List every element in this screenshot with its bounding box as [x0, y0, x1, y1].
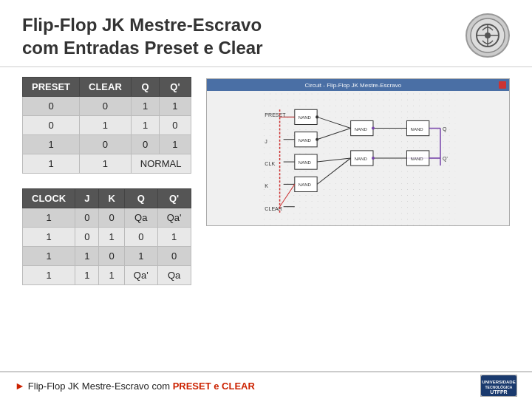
- svg-text:NAND: NAND: [298, 116, 311, 120]
- svg-text:NAND: NAND: [354, 127, 367, 132]
- table-cell: 1: [157, 228, 191, 247]
- col-header-qprime2: Q': [157, 189, 191, 208]
- table-cell: 1: [75, 247, 99, 266]
- table-cell: Qa': [157, 208, 191, 228]
- table-cell: 1: [124, 247, 157, 266]
- circuit-svg: PRESET J CLK K CLEAR NAND NAND NAND: [207, 91, 510, 225]
- col-header-clock: CLOCK: [23, 189, 75, 208]
- utfpr-badge: UNIVERSIDADE TECNOLÓGICA UTFPR: [480, 375, 517, 397]
- cell-clear: 1: [80, 154, 132, 174]
- close-btn-icon[interactable]: [499, 81, 506, 89]
- table-cell: 1: [160, 97, 191, 116]
- page-container: Flip-Flop JK Mestre-Escravo com Entradas…: [0, 0, 532, 399]
- col-header-preset: PRESET: [23, 78, 80, 97]
- logo-svg: [469, 17, 506, 54]
- table-row: 1001: [23, 135, 191, 154]
- tables-section: PRESET CLEAR Q Q' 00110110100111NORMAL C…: [22, 77, 191, 285]
- svg-text:Q': Q': [443, 156, 448, 162]
- table-cell: 0: [160, 116, 191, 135]
- svg-point-46: [316, 116, 318, 119]
- table-row: 10101: [23, 228, 191, 247]
- table-cell: 0: [23, 116, 80, 135]
- circuit-title-text: Circuit - Flip-Flop JK Mestre-Escravo: [210, 82, 497, 89]
- col-header-k: K: [99, 189, 124, 208]
- logo-icon: [466, 13, 510, 58]
- svg-text:UTFPR: UTFPR: [490, 389, 507, 395]
- table-cell: 1: [23, 266, 75, 285]
- col-header-q: Q: [131, 78, 160, 97]
- svg-text:CLK: CLK: [265, 161, 275, 166]
- table-cell: 0: [75, 208, 99, 228]
- cell-normal: NORMAL: [131, 154, 191, 174]
- table-cell: 1: [80, 116, 132, 135]
- table-cell: 1: [99, 228, 124, 247]
- title-line1: Flip-Flop JK Mestre-Escravo: [22, 15, 262, 35]
- svg-text:Q: Q: [443, 126, 447, 132]
- table-cell: 0: [131, 135, 160, 154]
- col-header-j: J: [75, 189, 99, 208]
- table-cell: 1: [131, 97, 160, 116]
- page-title: Flip-Flop JK Mestre-Escravo com Entradas…: [22, 13, 263, 59]
- footer-text: Flip-Flop JK Mestre-Escravo com PRESET e…: [28, 381, 255, 392]
- table-row: 100QaQa': [23, 208, 191, 228]
- table-cell: 0: [80, 135, 132, 154]
- table-cell: 1: [23, 208, 75, 228]
- svg-text:UNIVERSIDADE: UNIVERSIDADE: [482, 380, 515, 384]
- table-cell: 0: [124, 228, 157, 247]
- table-cell: Qa: [157, 266, 191, 285]
- svg-text:TECNOLÓGICA: TECNOLÓGICA: [485, 384, 513, 389]
- table-cell: 1: [23, 135, 80, 154]
- svg-point-48: [371, 127, 374, 130]
- table-cell: 1: [131, 116, 160, 135]
- cell-preset: 1: [23, 154, 80, 174]
- svg-text:NAND: NAND: [410, 127, 423, 132]
- footer-arrow-icon: ►: [15, 380, 25, 392]
- table-cell: 0: [80, 97, 132, 116]
- table-row: 11NORMAL: [23, 154, 191, 174]
- circuit-window: Circuit - Flip-Flop JK Mestre-Escravo: [207, 79, 510, 225]
- svg-point-4: [485, 33, 491, 38]
- table-cell: Qa: [124, 208, 157, 228]
- header-divider: [0, 66, 532, 67]
- table-cell: 0: [75, 228, 99, 247]
- main-content: PRESET CLEAR Q Q' 00110110100111NORMAL C…: [0, 73, 532, 289]
- table-row: 111Qa'Qa: [23, 266, 191, 285]
- table-row: 0110: [23, 116, 191, 135]
- table-cell: 1: [99, 266, 124, 285]
- utfpr-logo-svg: UNIVERSIDADE TECNOLÓGICA UTFPR: [481, 375, 516, 396]
- footer-highlight: PRESET e CLEAR: [173, 381, 255, 392]
- svg-text:NAND: NAND: [298, 160, 311, 165]
- svg-text:K: K: [265, 184, 268, 189]
- preset-clear-table: PRESET CLEAR Q Q' 00110110100111NORMAL: [22, 77, 191, 174]
- title-line2: com Entradas Preset e Clear: [22, 38, 263, 58]
- header: Flip-Flop JK Mestre-Escravo com Entradas…: [0, 0, 532, 66]
- clock-table: CLOCK J K Q Q' 100QaQa'1010111010111Qa'Q…: [22, 188, 191, 285]
- table-cell: 0: [99, 208, 124, 228]
- svg-text:NAND: NAND: [298, 138, 311, 143]
- table-cell: Qa': [124, 266, 157, 285]
- svg-text:NAND: NAND: [354, 157, 367, 161]
- col-header-qprime: Q': [160, 78, 191, 97]
- table-cell: 0: [157, 247, 191, 266]
- table-cell: 0: [99, 247, 124, 266]
- table-cell: 1: [160, 135, 191, 154]
- circuit-body: PRESET J CLK K CLEAR NAND NAND NAND: [207, 91, 510, 225]
- table-cell: 0: [23, 97, 80, 116]
- circuit-titlebar: Circuit - Flip-Flop JK Mestre-Escravo: [207, 79, 510, 91]
- svg-point-47: [316, 138, 318, 141]
- svg-text:NAND: NAND: [298, 183, 311, 188]
- svg-text:J: J: [265, 139, 267, 144]
- footer-prefix: Flip-Flop JK Mestre-Escravo com: [28, 381, 173, 392]
- circuit-diagram: Circuit - Flip-Flop JK Mestre-Escravo: [206, 78, 511, 226]
- table-row: 0011: [23, 97, 191, 116]
- col-header-clear: CLEAR: [80, 78, 132, 97]
- col-header-q2: Q: [124, 189, 157, 208]
- svg-text:NAND: NAND: [410, 157, 423, 161]
- table-cell: 1: [23, 247, 75, 266]
- footer: ► Flip-Flop JK Mestre-Escravo com PRESET…: [0, 371, 532, 399]
- table-row: 11010: [23, 247, 191, 266]
- footer-logo: UNIVERSIDADE TECNOLÓGICA UTFPR: [480, 375, 517, 397]
- table-cell: 1: [23, 228, 75, 247]
- svg-point-49: [371, 157, 374, 160]
- footer-label: ► Flip-Flop JK Mestre-Escravo com PRESET…: [15, 380, 255, 392]
